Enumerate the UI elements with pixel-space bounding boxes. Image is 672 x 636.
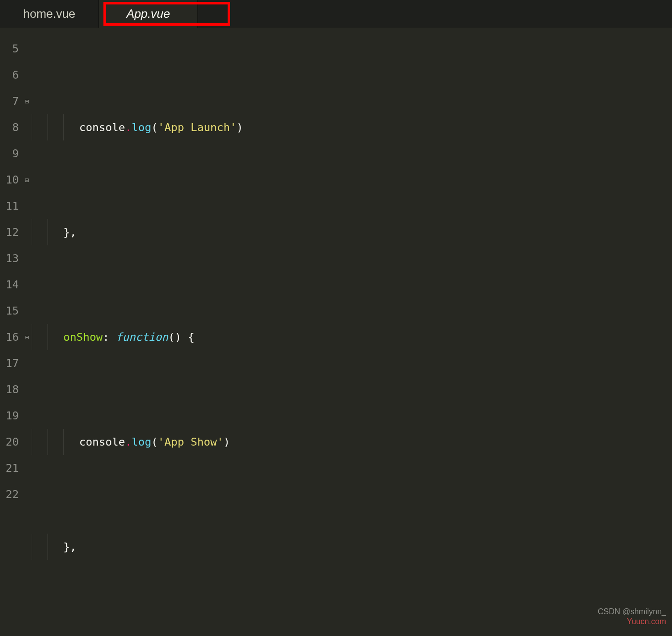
- tab-home[interactable]: home.vue: [0, 0, 99, 28]
- line-number-gutter: 5 6 7 8 9 10 11 12 13 14 15 16 17 18 19 …: [0, 28, 22, 636]
- watermark-yuucn: Yuucn.com: [627, 617, 666, 626]
- code-line: console.log('App Launch'): [32, 114, 672, 140]
- fold-icon[interactable]: [22, 88, 32, 114]
- watermark-csdn: CSDN @shmilynn_: [598, 607, 666, 616]
- tab-bar: home.vue App.vue: [0, 0, 672, 28]
- code-line: },: [32, 534, 672, 560]
- fold-icon[interactable]: [22, 167, 32, 193]
- code-line: console.log('App Show'): [32, 429, 672, 455]
- code-line: },: [32, 219, 672, 245]
- code-editor[interactable]: 5 6 7 8 9 10 11 12 13 14 15 16 17 18 19 …: [0, 28, 672, 636]
- tab-app[interactable]: App.vue: [99, 0, 198, 28]
- fold-column: [22, 28, 32, 636]
- code-line: onShow: function() {: [32, 324, 672, 350]
- fold-icon[interactable]: [22, 324, 32, 350]
- code-area[interactable]: console.log('App Launch') }, onShow: fun…: [32, 28, 672, 636]
